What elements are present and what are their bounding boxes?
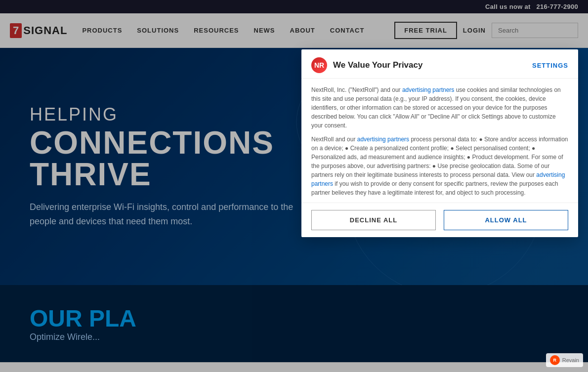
modal-footer: DECLINE ALL ALLOW ALL	[301, 203, 578, 237]
modal-logo-icon: NR	[311, 57, 327, 73]
revain-watermark: R Revain	[546, 353, 583, 367]
modal-paragraph-2: NextRoll and our advertising partners pr…	[311, 135, 568, 197]
modal-backdrop: NR We Value Your Privacy SETTINGS NextRo…	[0, 0, 588, 372]
modal-header-left: NR We Value Your Privacy	[311, 57, 422, 73]
decline-all-button[interactable]: DECLINE ALL	[311, 210, 436, 230]
modal-header: NR We Value Your Privacy SETTINGS	[301, 49, 578, 79]
modal-body: NextRoll, Inc. ("NextRoll") and our adve…	[301, 79, 578, 203]
modal-paragraph-1: NextRoll, Inc. ("NextRoll") and our adve…	[311, 85, 568, 130]
modal-title: We Value Your Privacy	[333, 60, 422, 70]
modal-settings-link[interactable]: SETTINGS	[532, 62, 568, 69]
advertising-partners-link-1[interactable]: advertising partners	[402, 86, 454, 93]
privacy-modal: NR We Value Your Privacy SETTINGS NextRo…	[301, 49, 578, 237]
advertising-partners-link-2[interactable]: advertising partners	[357, 136, 409, 143]
advertising-partners-link-3[interactable]: advertising partners	[311, 171, 565, 187]
allow-all-button[interactable]: ALLOW ALL	[444, 210, 568, 230]
revain-icon: R	[550, 355, 560, 365]
revain-label: Revain	[562, 357, 579, 363]
